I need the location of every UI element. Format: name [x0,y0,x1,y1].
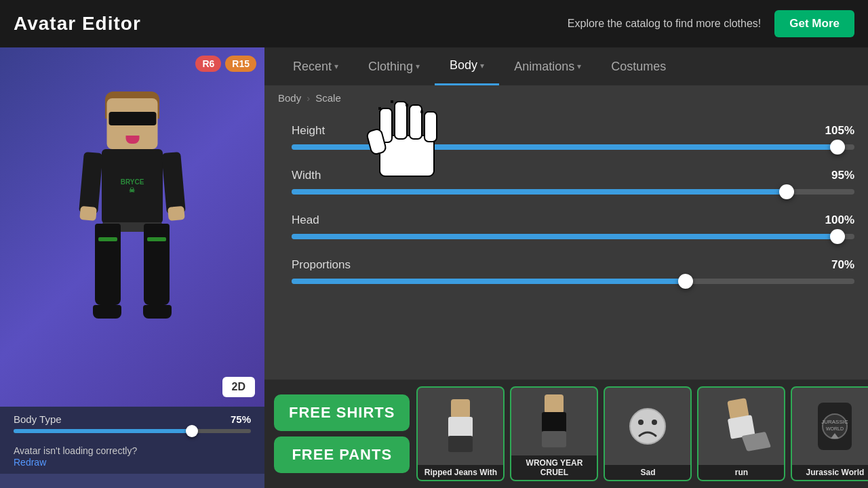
wrong-year-item-image [511,388,597,455]
height-value: 105% [825,124,854,138]
tab-body[interactable]: Body ▾ [435,47,499,85]
svg-point-0 [630,409,665,444]
chevron-down-icon: ▾ [416,62,420,71]
body-type-value: 75% [231,413,251,425]
clothing-item-wrong-year[interactable]: WRONG YEAR CRUEL [510,386,598,481]
breadcrumb-separator: › [307,92,310,104]
ripped-avatar-icon [440,399,481,453]
avatar-hand-right [167,206,185,221]
avatar-mouth [125,136,139,144]
height-slider-row: Height 105% [292,124,854,150]
chevron-down-icon: ▾ [577,62,581,71]
top-bar-right: Explore the catalog to find more clothes… [568,10,854,37]
height-thumb[interactable] [830,140,845,155]
width-value: 95% [831,169,854,182]
avatar-hand-left [79,206,97,221]
avatar-shoe-right [143,305,172,319]
width-slider[interactable] [292,189,854,195]
badge-r15[interactable]: R15 [225,56,256,72]
body-type-slider[interactable] [14,429,251,433]
proportions-label: Proportions [292,258,351,272]
head-slider-row: Head 100% [292,214,854,239]
avatar-badges: R6 R15 [195,56,256,72]
get-more-button[interactable]: Get More [774,10,854,37]
run-item-image [698,388,784,465]
sliders-area: Height 105% Width 95% [264,110,868,380]
chevron-down-icon: ▾ [480,61,484,70]
head-slider-header: Head 100% [292,214,854,227]
tab-clothing[interactable]: Clothing ▾ [353,47,435,85]
head-value: 100% [825,214,854,227]
proportions-fill [292,279,686,284]
run-item-label: run [698,465,784,480]
width-slider-header: Width 95% [292,169,854,182]
wrong-year-avatar-icon [534,394,574,449]
height-fill [292,144,837,150]
jurassic-logo-icon: JURASSIC WORLD [821,413,848,440]
avatar-head [107,98,158,149]
bottom-strip: FREE SHIRTS FREE PANTS Ripped Jeans With [264,380,868,488]
avatar-preview: R6 R15 BRYCE☠ [0,47,264,407]
head-slider[interactable] [292,234,854,239]
svg-point-2 [652,420,657,425]
proportions-slider-header: Proportions 70% [292,258,854,272]
sad-item-label: Sad [605,465,690,480]
free-buttons: FREE SHIRTS FREE PANTS [274,394,410,473]
avatar-body: BRYCE☠ [102,149,163,224]
proportions-slider-row: Proportions 70% [292,258,854,284]
height-slider-header: Height 105% [292,124,854,138]
tab-clothing-label: Clothing [368,60,413,74]
tab-animations-label: Animations [514,60,574,74]
breadcrumb-body[interactable]: Body [278,92,301,104]
jurassic-item-label: Jurassic World [792,465,868,480]
ripped-item-label: Ripped Jeans With [418,465,503,480]
wrong-year-item-label: WRONG YEAR CRUEL [511,455,597,480]
avatar-pants-left [95,224,121,305]
redraw-link[interactable]: Redraw [14,457,46,468]
clothing-item-jurassic[interactable]: JURASSIC WORLD Jurassic World [791,386,868,481]
svg-text:JURASSIC: JURASSIC [822,419,849,425]
toggle-2d-button[interactable]: 2D [222,377,255,397]
svg-point-1 [638,420,644,425]
jurassic-backpack-icon: JURASSIC WORLD [818,403,852,450]
tab-costumes[interactable]: Costumes [596,47,681,85]
height-slider[interactable] [292,144,854,150]
free-pants-button[interactable]: FREE PANTS [274,436,410,473]
catalog-text: Explore the catalog to find more clothes… [568,18,762,30]
proportions-slider[interactable] [292,279,854,284]
tab-recent-label: Recent [293,60,332,74]
body-type-thumb[interactable] [186,425,198,437]
width-label: Width [292,169,321,182]
avatar-figure: BRYCE☠ [71,98,193,356]
breadcrumb-scale[interactable]: Scale [315,92,341,104]
bottom-left: Avatar isn't loading correctly? Redraw [0,440,264,474]
body-type-row: Body Type 75% [14,413,251,425]
main-layout: R6 R15 BRYCE☠ [0,47,868,488]
proportions-thumb[interactable] [678,274,693,289]
sad-item-image [605,388,690,465]
nav-tabs: Recent ▾ Clothing ▾ Body ▾ Animations ▾ … [264,47,868,85]
avatar-body-text: BRYCE☠ [121,178,144,195]
clothing-item-run[interactable]: run [697,386,785,481]
body-type-section: Body Type 75% [0,407,264,440]
tab-recent[interactable]: Recent ▾ [278,47,353,85]
badge-r6[interactable]: R6 [195,56,221,72]
clothing-item-ripped[interactable]: Ripped Jeans With [416,386,505,481]
tab-body-label: Body [450,58,477,73]
head-thumb[interactable] [830,229,845,244]
proportions-value: 70% [831,258,854,272]
tab-animations[interactable]: Animations ▾ [499,47,596,85]
width-slider-row: Width 95% [292,169,854,195]
run-avatar-icon [717,396,766,456]
head-fill [292,234,837,239]
svg-text:WORLD: WORLD [826,426,844,431]
left-panel: R6 R15 BRYCE☠ [0,47,264,488]
free-shirts-button[interactable]: FREE SHIRTS [274,394,410,431]
right-panel: Recent ▾ Clothing ▾ Body ▾ Animations ▾ … [264,47,868,488]
body-type-fill [14,429,192,433]
jurassic-item-image: JURASSIC WORLD [792,388,868,465]
width-thumb[interactable] [779,184,794,199]
avatar-glasses [108,112,156,125]
clothing-item-sad[interactable]: Sad [604,386,692,481]
height-label: Height [292,124,325,138]
